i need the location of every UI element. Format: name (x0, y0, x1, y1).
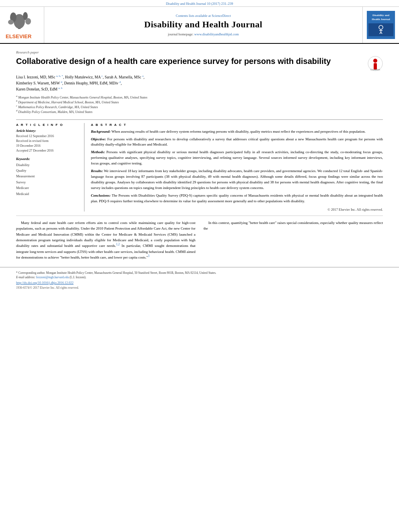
keyword-medicaid: Medicaid (16, 191, 78, 197)
objective-text: For persons with disability and research… (91, 137, 383, 147)
issn-line: 1936-6574/© 2017 Elsevier Inc. All right… (16, 286, 383, 290)
footnote-email[interactable]: liezzoni@mgh.harvard.edu (36, 275, 69, 279)
body-col-right: In this context, quantifying "better hea… (204, 220, 383, 263)
body-text-section: Many federal and state health care refor… (0, 220, 399, 263)
svg-text:ELSEVIER: ELSEVIER (6, 33, 32, 39)
methods-text: Persons with significant physical disabi… (91, 150, 383, 165)
journal-mini-logo-area: Disability andHealth Journal (363, 7, 399, 43)
footnote-email-who: (L.I. Iezzoni). (70, 275, 86, 279)
history-revised-date: 19 December 2016 (16, 144, 78, 148)
keyword-measurement: Measurement (16, 173, 78, 179)
article-content: Research paper Collaborative design of a… (0, 44, 399, 212)
history-accepted: Accepted 27 December 2016 (16, 148, 78, 153)
elsevier-wordmark-icon: ELSEVIER (6, 32, 39, 41)
results-text: We interviewed 18 key informants from ke… (91, 169, 383, 190)
article-history-label: Article history: (16, 129, 78, 133)
journal-reference: Disability and Health Journal 10 (2017) … (0, 0, 399, 7)
section-divider (16, 216, 383, 216)
authors-line: Lisa I. Iezzoni, MD, MSc a, b, *, Holly … (16, 74, 383, 93)
abstract-text: Background: When assessing results of he… (91, 129, 383, 204)
keywords-label: Keywords: (16, 157, 78, 161)
footnotes-section: * Corresponding author. Mongan Institute… (0, 267, 399, 290)
journal-homepage: journal homepage: www.disabilityandhealt… (168, 32, 239, 36)
history-revised-label: Received in revised form (16, 139, 78, 144)
conclusions-text: The Persons with Disabilities Quality Su… (91, 193, 383, 203)
svg-point-14 (373, 59, 377, 63)
mini-logo-graphic (373, 24, 389, 34)
svg-point-4 (25, 18, 31, 25)
svg-point-5 (8, 20, 14, 25)
objective-label: Objective: (91, 137, 106, 141)
affiliation-c: c Mathematica Policy Research, Cambridge… (16, 105, 383, 110)
conclusions-label: Conclusions: (91, 193, 111, 197)
keywords-section: Keywords: Disability Quality Measurement… (16, 157, 78, 197)
article-title: Collaborative design of a health care ex… (16, 56, 360, 66)
history-received: Received 12 September 2016 (16, 134, 78, 139)
journal-title-area: Contents lists available at ScienceDirec… (44, 7, 363, 43)
abstract-column: A B S T R A C T Background: When assessi… (84, 123, 383, 212)
journal-title: Disability and Health Journal (144, 19, 263, 30)
footnote-corresponding: * Corresponding author. Mongan Institute… (16, 271, 383, 280)
methods-label: Methods: (91, 150, 105, 154)
keyword-medicare: Medicare (16, 185, 78, 191)
results-label: Results: (91, 169, 103, 173)
keyword-disability: Disability (16, 162, 78, 168)
body-paragraph-2: In this context, quantifying "better hea… (204, 220, 383, 232)
affiliation-d: d Disability Policy Consortium, Malden, … (16, 110, 383, 115)
abstract-objective: Objective: For persons with disability a… (91, 137, 383, 148)
svg-text:CrossMark: CrossMark (370, 68, 380, 71)
keyword-survey: Survey (16, 179, 78, 185)
doi-link[interactable]: http://dx.doi.org/10.1016/j.dhjo.2016.12… (16, 281, 383, 285)
journal-mini-logo: Disability andHealth Journal (367, 11, 395, 39)
article-type-label: Research paper (16, 50, 383, 54)
homepage-url[interactable]: www.disabilityandhealthjnl.com (194, 32, 239, 36)
elsevier-logo-area: ELSEVIER (0, 7, 44, 43)
abstract-results: Results: We interviewed 18 key informant… (91, 168, 383, 191)
affiliation-b: b Department of Medicine, Harvard Medica… (16, 100, 383, 105)
body-col-left: Many federal and state health care refor… (16, 220, 195, 263)
body-paragraph-1: Many federal and state health care refor… (16, 220, 195, 261)
copyright-line: © 2017 Elsevier Inc. All rights reserved… (91, 207, 383, 212)
article-info-column: A R T I C L E I N F O Article history: R… (16, 123, 84, 212)
background-text: When assessing results of health care de… (111, 129, 366, 134)
elsevier-figure-icon (6, 10, 38, 30)
affiliation-a: a Mongan Institute Health Policy Center,… (16, 95, 383, 100)
background-label: Background: (91, 129, 111, 134)
affiliations: a Mongan Institute Health Policy Center,… (16, 95, 383, 115)
abstract-background: Background: When assessing results of he… (91, 129, 383, 135)
article-info-abstract-section: A R T I C L E I N F O Article history: R… (16, 119, 383, 212)
keyword-quality: Quality (16, 168, 78, 173)
article-title-row: Collaborative design of a health care ex… (16, 56, 383, 71)
sciencedirect-text: Contents lists available at ScienceDirec… (176, 14, 231, 18)
crossmark-icon[interactable]: CrossMark (368, 56, 383, 71)
sciencedirect-link[interactable]: ScienceDirect (212, 14, 231, 18)
journal-header: ELSEVIER Contents lists available at Sci… (0, 7, 399, 44)
abstract-heading: A B S T R A C T (91, 123, 383, 127)
abstract-methods: Methods: Persons with significant physic… (91, 150, 383, 166)
abstract-conclusions: Conclusions: The Persons with Disabiliti… (91, 193, 383, 204)
article-info-heading: A R T I C L E I N F O (16, 123, 78, 127)
footnote-email-label: E-mail address: (16, 275, 36, 279)
